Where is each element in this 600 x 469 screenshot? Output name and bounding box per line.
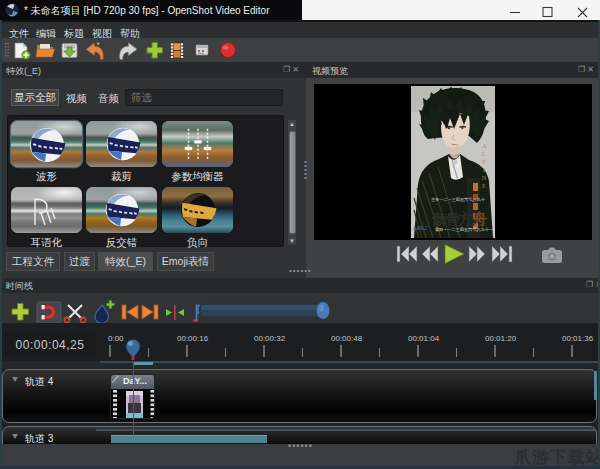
svg-text:冒险 • 一二三四五六七八九十一二: 冒险 • 一二三四五六七八九十一二 <box>435 227 495 232</box>
svg-text:A: A <box>482 142 487 149</box>
svg-text:主宰一二 • 三四五六七八九十: 主宰一二 • 三四五六七八九十 <box>431 197 486 202</box>
svg-text:N: N <box>482 174 487 181</box>
svg-text:aRk2: aRk2 <box>413 224 428 232</box>
svg-text:I: I <box>483 166 485 173</box>
svg-text:E: E <box>482 182 486 189</box>
svg-text:舟: 舟 <box>472 211 488 227</box>
svg-text:L: L <box>482 150 486 157</box>
svg-text:P: P <box>482 158 486 165</box>
